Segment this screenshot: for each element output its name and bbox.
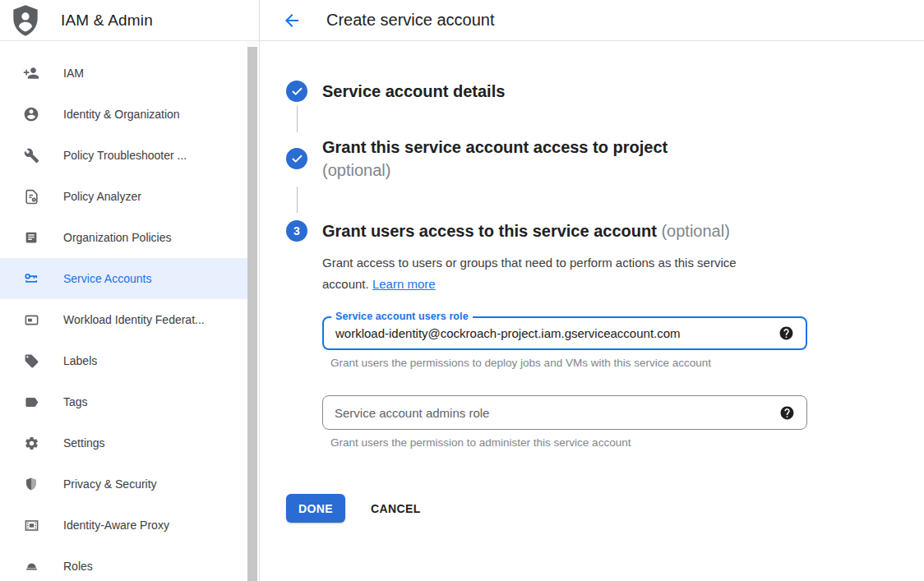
person-add-icon [23, 65, 39, 81]
step-2-grant-access-to-project: Grant this service account access to pro… [286, 136, 924, 182]
step-3-optional-label: (optional) [661, 222, 729, 240]
hat-icon [23, 558, 39, 574]
admins-role-helper-text: Grant users the permission to administer… [330, 436, 924, 450]
sidebar-scrollbar-thumb[interactable] [247, 47, 257, 581]
step-2-complete-check-icon [286, 148, 307, 169]
sidebar-item-workload-identity-federation[interactable]: Workload Identity Federat... [0, 299, 249, 340]
step-3-title: Grant users access to this service accou… [322, 219, 730, 242]
sidebar-item-label: Workload Identity Federat... [63, 313, 205, 326]
admins-role-field-block: Grant users the permission to administer… [322, 395, 924, 450]
create-service-account-form: Service account details Grant this servi… [286, 80, 924, 523]
sidebar-item-label: Labels [63, 354, 97, 367]
document-gear-icon [23, 188, 39, 205]
back-arrow-icon[interactable] [282, 11, 302, 30]
service-account-key-icon [23, 270, 39, 287]
sidebar-item-label: Organization Policies [63, 231, 172, 244]
sidebar-item-label: Service Accounts [63, 272, 151, 285]
done-button[interactable]: DONE [286, 494, 345, 523]
sidebar-item-roles[interactable]: Roles [0, 546, 249, 581]
sidebar-item-label: Identity-Aware Proxy [63, 519, 169, 532]
sidebar-item-service-accounts[interactable]: Service Accounts [0, 258, 249, 299]
sidebar-item-identity-organization[interactable]: Identity & Organization [0, 94, 249, 135]
step-3-number-badge: 3 [286, 220, 307, 242]
cancel-button[interactable]: CANCEL [371, 502, 421, 515]
step-3-grant-users-access: 3 Grant users access to this service acc… [286, 219, 924, 242]
learn-more-link[interactable]: Learn more [372, 277, 436, 291]
step-1-service-account-details: Service account details [286, 80, 924, 103]
sidebar-header: IAM & Admin [0, 0, 259, 41]
sidebar-item-label: Tags [63, 395, 88, 408]
service-account-users-role-field: Service account users role [322, 316, 807, 350]
service-account-admins-role-field [322, 395, 807, 430]
sidebar-item-labels[interactable]: Labels [0, 340, 249, 381]
shield-icon [23, 476, 39, 492]
users-role-input[interactable] [335, 326, 770, 340]
sidebar-item-privacy-security[interactable]: Privacy & Security [0, 463, 249, 505]
sidebar-item-policy-analyzer[interactable]: Policy Analyzer [0, 176, 249, 217]
step-3-description: Grant access to users or groups that nee… [322, 252, 783, 295]
account-circle-icon [23, 106, 39, 122]
gear-icon [23, 435, 39, 451]
article-icon [23, 229, 39, 246]
sidebar-scrollbar [247, 41, 258, 581]
sidebar-item-label: Policy Troubleshooter ... [63, 149, 187, 162]
sidebar-item-tags[interactable]: Tags [0, 381, 249, 422]
page-header: Create service account [260, 0, 924, 41]
sidebar-item-label: IAM [63, 67, 84, 80]
sidebar-item-label: Settings [63, 436, 105, 450]
sidebar-item-identity-aware-proxy[interactable]: Identity-Aware Proxy [0, 505, 249, 546]
label-arrow-icon [23, 394, 39, 410]
step-1-complete-check-icon [286, 81, 307, 102]
sidebar-item-organization-policies[interactable]: Organization Policies [0, 217, 249, 258]
sidebar-item-label: Identity & Organization [63, 108, 180, 121]
users-role-field-block: Service account users role Grant users t… [322, 316, 924, 370]
admins-role-help-icon[interactable] [779, 405, 795, 421]
sidebar-item-settings[interactable]: Settings [0, 422, 249, 463]
card-icon [23, 311, 39, 328]
tag-icon [23, 353, 39, 369]
app-window: IAM & Admin IAM Identity & Organization [0, 0, 924, 581]
page-title: Create service account [326, 11, 495, 30]
users-role-help-icon[interactable] [778, 325, 794, 341]
step-connector [297, 187, 298, 213]
form-actions: DONE CANCEL [286, 494, 924, 523]
sidebar-nav: IAM Identity & Organization Policy Troub… [0, 41, 259, 581]
admins-role-input[interactable] [335, 406, 771, 420]
users-role-helper-text: Grant users the permissions to deploy jo… [330, 357, 924, 370]
filmstrip-icon [23, 517, 39, 533]
main-panel: Create service account Service account d… [260, 0, 924, 581]
sidebar: IAM & Admin IAM Identity & Organization [0, 0, 260, 581]
step-2-title: Grant this service account access to pro… [322, 136, 668, 182]
wrench-icon [23, 147, 39, 164]
sidebar-item-label: Privacy & Security [63, 477, 157, 491]
sidebar-item-label: Roles [63, 560, 93, 573]
sidebar-item-iam[interactable]: IAM [0, 53, 249, 94]
users-role-floating-label: Service account users role [331, 311, 473, 322]
iam-admin-shield-logo-icon [12, 5, 39, 36]
step-connector [297, 106, 298, 132]
step-2-optional-label: (optional) [322, 159, 668, 182]
product-title: IAM & Admin [61, 12, 153, 30]
sidebar-item-policy-troubleshooter[interactable]: Policy Troubleshooter ... [0, 135, 249, 176]
sidebar-item-label: Policy Analyzer [63, 190, 141, 203]
step-1-title: Service account details [322, 80, 505, 103]
